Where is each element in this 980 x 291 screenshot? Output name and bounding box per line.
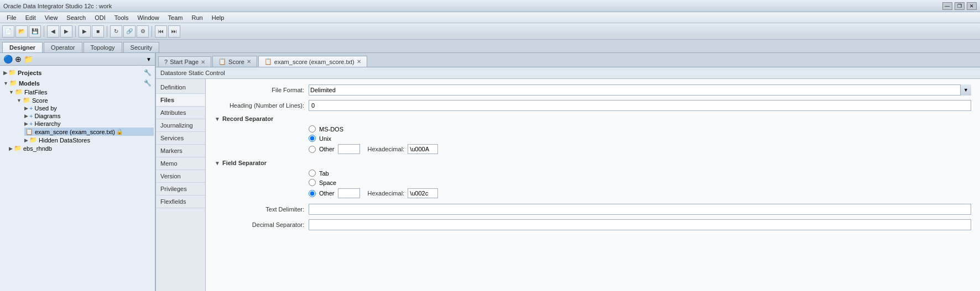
settings-button[interactable]: ⚙ (137, 25, 149, 38)
menu-bar: File Edit View Search ODI Tools Window T… (0, 12, 980, 23)
field-other-radio[interactable] (309, 190, 316, 197)
field-separator-collapse-icon: ▼ (215, 160, 220, 166)
panel-icon-2[interactable]: ⊕ (15, 55, 22, 64)
text-delimiter-input[interactable] (309, 204, 971, 215)
nav-tab-markers[interactable]: Markers (156, 145, 205, 157)
score-row[interactable]: ▼ 📁 Score (17, 96, 154, 104)
tab-operator[interactable]: Operator (44, 42, 82, 52)
menu-tools[interactable]: Tools (110, 13, 133, 22)
field-hex-input[interactable] (408, 188, 438, 198)
file-format-select-wrapper: Delimited Fixed XML ▼ (309, 84, 971, 96)
hidden-row[interactable]: ▶ 📁 Hidden DataStores (24, 136, 154, 144)
projects-header[interactable]: ▶ 📁 Projects 🔧 (1, 68, 154, 77)
minimize-button[interactable]: — (942, 2, 952, 10)
heading-lines-input[interactable] (309, 100, 971, 111)
step-button[interactable]: ⏭ (168, 25, 180, 38)
field-separator-header[interactable]: ▼ Field Separator (215, 160, 971, 166)
panel-icon-1[interactable]: 🔵 (3, 55, 13, 64)
record-separator-label: Record Separator (222, 115, 273, 122)
doc-tab-exam[interactable]: 📋 exam_score (exam_score.txt) ✕ (258, 56, 367, 67)
doc-tab-score-close[interactable]: ✕ (247, 59, 251, 65)
stop-button[interactable]: ■ (92, 25, 104, 38)
ebs-label: ebs_rhndb (23, 145, 52, 152)
forward-button[interactable]: ▶ (60, 25, 72, 38)
decimal-separator-input[interactable] (309, 219, 971, 230)
content-split: Definition Files Attributes Journalizing… (156, 79, 980, 291)
panel-icon-3[interactable]: 📁 (24, 55, 33, 64)
nav-tab-files[interactable]: Files (156, 94, 205, 107)
usedby-icon: + (29, 105, 33, 112)
tab-topology[interactable]: Topology (84, 42, 122, 52)
models-header[interactable]: ▼ 📁 Models 🔧 (1, 78, 154, 88)
field-space-radio[interactable] (309, 179, 316, 186)
menu-view[interactable]: View (40, 13, 62, 22)
doc-tab-exam-label: exam_score (exam_score.txt) (274, 59, 355, 65)
menu-window[interactable]: Window (133, 13, 163, 22)
prev-button[interactable]: ⏮ (155, 25, 167, 38)
file-format-label: File Format: (215, 87, 309, 93)
diagrams-row[interactable]: ▶ + Diagrams (24, 112, 154, 120)
menu-run[interactable]: Run (187, 13, 207, 22)
run-button[interactable]: ▶ (79, 25, 91, 38)
nav-tab-journalizing[interactable]: Journalizing (156, 119, 205, 132)
record-other-radio[interactable] (309, 146, 316, 153)
menu-help[interactable]: Help (207, 13, 229, 22)
nav-tab-memo[interactable]: Memo (156, 157, 205, 170)
projects-folder-icon: 📁 (8, 69, 16, 76)
field-other-row: Other Hexadecimal: (309, 188, 971, 198)
record-other-value[interactable] (338, 144, 360, 154)
doc-tab-start[interactable]: ? Start Page ✕ (158, 56, 211, 67)
field-other-value[interactable] (338, 188, 360, 198)
toolbar-separator-1 (44, 26, 44, 37)
menu-file[interactable]: File (2, 13, 21, 22)
doc-tab-exam-close[interactable]: ✕ (357, 59, 361, 65)
nav-tab-services[interactable]: Services (156, 132, 205, 145)
nav-tab-privileges[interactable]: Privileges (156, 183, 205, 195)
connect-button[interactable]: 🔗 (123, 25, 135, 38)
exam-score-lock: 🔒 (116, 129, 123, 135)
record-separator-header[interactable]: ▼ Record Separator (215, 115, 971, 122)
record-msdos-radio[interactable] (309, 125, 316, 133)
hierarchy-row[interactable]: ▶ + Hierarchy (24, 120, 154, 128)
restore-button[interactable]: ❐ (955, 2, 965, 10)
doc-tab-score[interactable]: 📋 Score ✕ (212, 56, 257, 67)
menu-odi[interactable]: ODI (90, 13, 110, 22)
file-format-row: File Format: Delimited Fixed XML ▼ (215, 84, 971, 96)
score-arrow: ▼ (17, 98, 22, 103)
exam-score-label: exam_score (exam_score.txt) (35, 129, 115, 135)
flatfiles-folder-icon: 📁 (15, 88, 23, 96)
flatfiles-row[interactable]: ▼ 📁 FlatFiles (9, 88, 154, 96)
record-unix-radio[interactable] (309, 135, 316, 142)
text-delimiter-label: Text Delimiter: (215, 206, 309, 213)
new-button[interactable]: 📄 (2, 25, 14, 38)
refresh-button[interactable]: ↻ (110, 25, 122, 38)
save-button[interactable]: 💾 (29, 25, 41, 38)
back-button[interactable]: ◀ (47, 25, 59, 38)
usedby-row[interactable]: ▶ + Used by (24, 104, 154, 112)
field-tab-radio[interactable] (309, 170, 316, 177)
models-action-icon[interactable]: 🔧 (144, 80, 152, 87)
nav-tab-version[interactable]: Version (156, 170, 205, 183)
field-other-label: Other (319, 190, 335, 197)
menu-search[interactable]: Search (62, 13, 90, 22)
hidden-arrow: ▶ (24, 137, 28, 143)
file-format-select[interactable]: Delimited Fixed XML (309, 84, 971, 96)
score-label: Score (32, 97, 48, 104)
decimal-separator-row: Decimal Separator: (215, 219, 971, 230)
record-hex-input[interactable] (408, 144, 438, 154)
open-button[interactable]: 📂 (15, 25, 28, 38)
panel-collapse-icon[interactable]: ▼ (146, 56, 152, 62)
text-delimiter-row: Text Delimiter: (215, 204, 971, 215)
exam-score-row[interactable]: 📋 exam_score (exam_score.txt) 🔒 (24, 128, 154, 136)
ebs-row[interactable]: ▶ 📁 ebs_rhndb (9, 144, 154, 152)
nav-tab-attributes[interactable]: Attributes (156, 107, 205, 119)
projects-action-icon[interactable]: 🔧 (144, 69, 152, 76)
tab-security[interactable]: Security (123, 42, 160, 52)
doc-tab-start-close[interactable]: ✕ (201, 59, 205, 65)
nav-tab-definition[interactable]: Definition (156, 81, 205, 94)
menu-edit[interactable]: Edit (21, 13, 40, 22)
nav-tab-flexfields[interactable]: Flexfields (156, 195, 205, 208)
tab-designer[interactable]: Designer (2, 42, 43, 52)
menu-team[interactable]: Team (164, 13, 187, 22)
close-button[interactable]: ✕ (967, 2, 977, 10)
